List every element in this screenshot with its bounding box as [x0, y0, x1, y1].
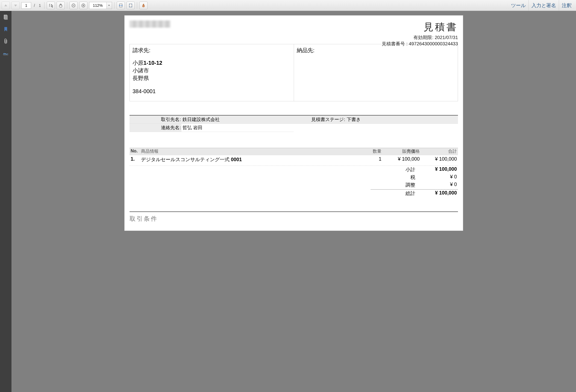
quote-number-line: 見積書番号 : 4972643000000324433	[382, 41, 458, 47]
tools-link[interactable]: ツール	[508, 0, 528, 11]
bill-to-line4: 384-0001	[133, 87, 291, 95]
comment-link[interactable]: 注釈	[559, 0, 574, 11]
svg-rect-8	[4, 15, 8, 20]
header-no: No.	[130, 149, 141, 154]
zoom-dropdown-button[interactable]	[106, 2, 112, 9]
fit-width-button[interactable]	[117, 2, 125, 9]
expiry-value: 2021/07/31	[435, 35, 458, 40]
bill-to-line1a: 小原	[133, 60, 143, 66]
contact-value: 哲弘 岩田	[181, 124, 294, 132]
subtotal-label: 小計	[399, 166, 415, 173]
expiry-label: 有効期限:	[413, 35, 433, 40]
signature-icon[interactable]	[2, 50, 9, 57]
item-no: 1.	[130, 156, 141, 163]
grand-total-value: ¥ 100,000	[419, 190, 457, 197]
hand-tool-button[interactable]	[57, 2, 65, 9]
toolbar-separator	[67, 2, 67, 9]
header-total: 合計	[420, 149, 458, 154]
meta-block: 取引先名: 鉄日建設株式会社 見積書ステージ: 下書き 連絡先名: 哲弘 岩田	[130, 115, 458, 132]
grand-total-label: 総計	[399, 190, 415, 197]
fit-page-button[interactable]	[127, 2, 135, 9]
item-name-a: デジタルセールスコンサルティング一式	[141, 157, 231, 162]
company-logo	[130, 20, 171, 28]
quote-number-value: 4972643000000324433	[409, 41, 458, 46]
quote-number-label: 見積書番号 :	[382, 41, 407, 46]
stage-label: 見積書ステージ:	[294, 116, 346, 124]
document-page: 見積書 有効期限: 2021/07/31 見積書番号 : 49726430000…	[124, 15, 463, 231]
page-separator: /	[33, 3, 36, 8]
item-row: 1. デジタルセールスコンサルティング一式 0001 1 ¥ 100,000 ¥…	[130, 155, 458, 166]
bill-to-body: 小原1-10-12 小諸市 長野県 384-0001	[133, 59, 291, 95]
items-table: No. 商品情報 数量 販売価格 合計 1. デジタルセールスコンサルティング一…	[130, 148, 458, 197]
toolbar-separator	[114, 2, 114, 9]
items-header-row: No. 商品情報 数量 販売価格 合計	[130, 148, 458, 155]
stage-value: 下書き	[346, 116, 458, 124]
page-number-input[interactable]	[21, 2, 31, 9]
header-info: 商品情報	[141, 149, 360, 154]
toolbar-separator	[137, 2, 137, 9]
header-price-a: 販	[402, 149, 407, 154]
ship-to-box: 納品先:	[294, 44, 458, 101]
item-qty: 1	[360, 156, 381, 163]
fill-sign-link[interactable]: 入力と署名	[528, 0, 559, 11]
account-label: 取引先名:	[130, 116, 181, 124]
terms-heading: 取引条件	[130, 211, 458, 223]
page-up-button[interactable]	[2, 2, 10, 9]
header-price: 販売価格	[381, 149, 420, 154]
select-tool-button[interactable]	[47, 2, 55, 9]
read-mode-button[interactable]	[139, 2, 148, 9]
account-value: 鉄日建設株式会社	[181, 116, 294, 124]
bill-to-line3: 長野県	[133, 74, 291, 82]
tax-value: ¥ 0	[419, 174, 457, 181]
pdf-toolbar: / 1 ツー	[0, 0, 576, 11]
totals-block: 小計 ¥ 100,000 税 ¥ 0 調整 ¥ 0 総計	[371, 166, 458, 197]
zoom-level-box	[89, 2, 112, 9]
ship-to-label: 納品先:	[297, 46, 455, 54]
item-total: ¥ 100,000	[420, 156, 458, 163]
zoom-in-button[interactable]	[79, 2, 87, 9]
header-price-b: 売価	[407, 149, 415, 154]
bill-to-box: 請求先: 小原1-10-12 小諸市 長野県 384-0001	[130, 44, 294, 101]
toolbar-separator	[44, 2, 45, 9]
bill-to-line2: 小諸市	[133, 67, 291, 74]
zoom-input[interactable]	[89, 2, 106, 9]
page-down-button[interactable]	[11, 2, 20, 9]
item-name: デジタルセールスコンサルティング一式 0001	[141, 156, 360, 163]
adjust-value: ¥ 0	[419, 182, 457, 188]
document-header-right: 見積書 有効期限: 2021/07/31 見積書番号 : 49726430000…	[382, 20, 458, 47]
adjust-label: 調整	[399, 182, 415, 188]
item-name-b: 0001	[231, 157, 242, 162]
attachment-icon[interactable]	[2, 38, 9, 45]
page-viewport[interactable]: 見積書 有効期限: 2021/07/31 見積書番号 : 49726430000…	[11, 11, 576, 392]
thumbnails-icon[interactable]	[2, 14, 9, 21]
item-price: ¥ 100,000	[381, 156, 420, 163]
page-total: 1	[38, 3, 42, 8]
zoom-out-button[interactable]	[69, 2, 78, 9]
subtotal-value: ¥ 100,000	[419, 166, 457, 173]
document-title: 見積書	[382, 20, 458, 34]
bill-to-label: 請求先:	[133, 46, 291, 54]
header-price-c: 格	[415, 149, 420, 154]
header-qty: 数量	[360, 149, 381, 154]
tax-label: 税	[399, 174, 415, 181]
contact-label: 連絡先名:	[130, 124, 181, 132]
sidebar	[0, 11, 11, 392]
expiry-line: 有効期限: 2021/07/31	[382, 34, 458, 41]
bookmark-icon[interactable]	[2, 26, 9, 33]
bill-to-line1b: 1-10-12	[143, 60, 162, 66]
